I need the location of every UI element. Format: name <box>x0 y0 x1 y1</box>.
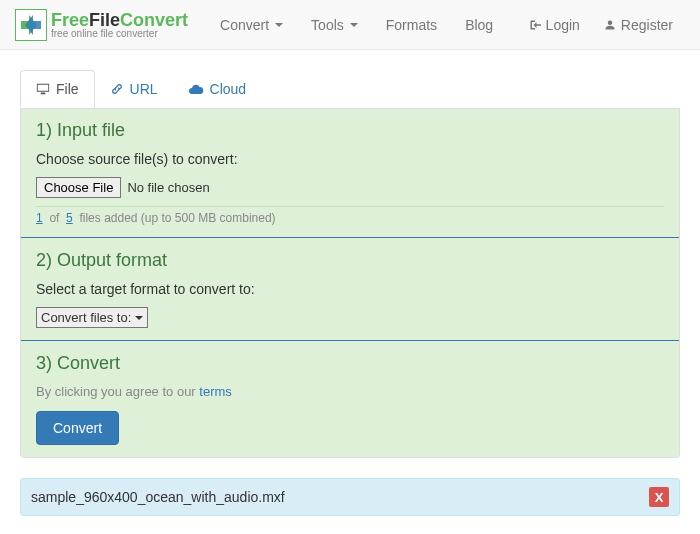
format-select[interactable]: Convert files to: <box>36 307 148 328</box>
nav-convert[interactable]: Convert <box>208 2 295 48</box>
panel: 1) Input file Choose source file(s) to c… <box>20 108 680 458</box>
nav-login[interactable]: Login <box>517 2 592 48</box>
logo-icon <box>15 9 47 41</box>
section-input: 1) Input file Choose source file(s) to c… <box>21 108 679 237</box>
main: File URL Cloud 1) Input file Choose sour… <box>0 50 700 478</box>
logo[interactable]: FreeFileConvert free online file convert… <box>15 9 188 41</box>
desktop-icon <box>36 82 50 96</box>
nav-tools[interactable]: Tools <box>299 2 370 48</box>
link-icon <box>110 82 124 96</box>
user-icon <box>604 19 616 31</box>
step1-title: 1) Input file <box>36 120 664 141</box>
nav-register[interactable]: Register <box>592 2 685 48</box>
file-input-row: Choose File No file chosen <box>36 177 664 198</box>
step2-title: 2) Output format <box>36 250 664 271</box>
no-file-label: No file chosen <box>127 180 209 195</box>
tab-url[interactable]: URL <box>95 70 173 108</box>
caret-icon <box>350 23 358 27</box>
nav-right: Login Register <box>517 2 685 48</box>
step1-instr: Choose source file(s) to convert: <box>36 151 664 167</box>
step2-instr: Select a target format to convert to: <box>36 281 664 297</box>
terms-link[interactable]: terms <box>199 384 232 399</box>
file-bar-wrap: sample_960x400_ocean_with_audio.mxf X <box>0 478 700 534</box>
step3-title: 3) Convert <box>36 353 664 374</box>
terms-line: By clicking you agree to our terms <box>36 384 664 399</box>
remove-file-button[interactable]: X <box>649 487 669 507</box>
convert-button[interactable]: Convert <box>36 411 119 445</box>
nav-blog[interactable]: Blog <box>453 2 505 48</box>
cloud-icon <box>188 82 204 96</box>
nav-formats[interactable]: Formats <box>374 2 449 48</box>
section-output: 2) Output format Select a target format … <box>21 237 679 340</box>
file-bar: sample_960x400_ocean_with_audio.mxf X <box>20 478 680 516</box>
tab-file[interactable]: File <box>20 70 95 108</box>
nav-left: Convert Tools Formats Blog <box>208 2 505 48</box>
tabs: File URL Cloud <box>20 70 680 109</box>
caret-icon <box>275 23 283 27</box>
logo-text: FreeFileConvert free online file convert… <box>51 11 188 39</box>
chevron-down-icon <box>135 314 143 322</box>
choose-file-button[interactable]: Choose File <box>36 177 121 198</box>
login-icon <box>529 19 541 31</box>
quota-line: 1 of 5 files added (up to 500 MB combine… <box>36 206 664 225</box>
navbar: FreeFileConvert free online file convert… <box>0 0 700 50</box>
file-name: sample_960x400_ocean_with_audio.mxf <box>31 489 285 505</box>
tab-cloud[interactable]: Cloud <box>173 70 262 108</box>
section-convert: 3) Convert By clicking you agree to our … <box>21 340 679 457</box>
